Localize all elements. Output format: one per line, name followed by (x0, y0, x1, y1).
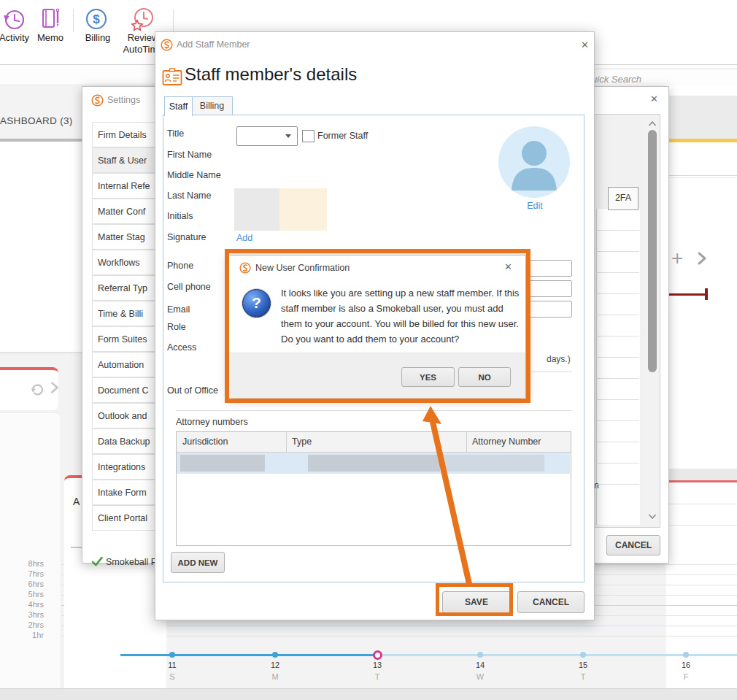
field-label-title: Title (167, 128, 184, 139)
hours-axis-label: 8hrs (0, 559, 44, 569)
timeline-day-letter: W (470, 672, 490, 681)
hours-axis-label: 3hrs (0, 610, 44, 620)
tab-billing[interactable]: Billing (191, 96, 233, 116)
right-divider (668, 525, 737, 526)
timeline-marker[interactable] (272, 652, 278, 658)
memo-icon[interactable] (36, 4, 64, 32)
field-label-initials: Initials (167, 211, 193, 221)
timeline-day-number: 13 (367, 661, 387, 669)
staff-list-cancel-button[interactable]: CANCEL (606, 535, 660, 555)
staff-table-row-line (596, 293, 639, 294)
staff-details-icon (162, 68, 182, 86)
smokeball-logo (161, 39, 173, 51)
dialog-title: Add Staff Member (177, 39, 250, 50)
smokeball-logo (91, 94, 104, 107)
background-dash (71, 547, 82, 548)
timeline-day-number: 14 (470, 661, 490, 669)
timeline-day-letter: F (676, 672, 696, 681)
timeline-marker[interactable] (477, 652, 483, 658)
quick-search-input[interactable]: Quick Search (584, 74, 665, 85)
dashboard-section-label: ASHBOARD (3) (0, 115, 88, 126)
initials-swatch-cream[interactable] (279, 188, 327, 231)
signature-add-link[interactable]: Add (236, 233, 252, 243)
svg-text:$: $ (93, 12, 100, 26)
hours-axis-label: 6hrs (0, 580, 44, 590)
staff-table-row-line (596, 378, 639, 379)
scrollbar-down-icon[interactable] (648, 513, 657, 520)
avatar-edit-link[interactable]: Edit (522, 201, 547, 211)
timeline-day-letter: T (573, 672, 593, 681)
billing-icon[interactable]: $ (83, 6, 109, 32)
staff-table-rows (596, 209, 640, 525)
add-new-button[interactable]: ADD NEW (171, 552, 225, 573)
staff-table-row-line (596, 315, 639, 315)
right-divider (666, 175, 737, 176)
activity-icon[interactable] (1, 6, 28, 32)
field-label-signature: Signature (167, 232, 207, 242)
right-card-yellow-bar (666, 139, 737, 142)
field-label-access: Access (167, 342, 196, 353)
scrollbar-up-icon[interactable] (648, 120, 657, 127)
timeline-day-number: 11 (162, 661, 182, 669)
column-header-attorney-number[interactable]: Attorney Number (472, 436, 541, 447)
bottom-strip (0, 688, 737, 700)
field-label-phone: Phone (167, 261, 193, 271)
timeline-day-number: 16 (676, 661, 696, 669)
field-label-email: Email (167, 304, 190, 315)
staff-table-row-line (596, 399, 639, 400)
settings-window-title: Settings (107, 95, 140, 105)
initials-swatch-gray[interactable] (234, 188, 279, 231)
refresh-icon[interactable] (29, 380, 45, 396)
check-icon (92, 557, 103, 566)
timeline-day-letter: T (367, 672, 387, 681)
dialog-heading: Staff member's details (185, 64, 357, 85)
dashboard-card-red (0, 367, 58, 410)
staff-table-row-line (596, 484, 639, 485)
field-label-out-of-office: Out of Office (167, 385, 218, 396)
column-header-jurisdiction[interactable]: Jurisdiction (182, 436, 228, 447)
chevron-right-icon[interactable] (48, 381, 61, 394)
staff-table-row-line (596, 420, 639, 421)
table-row-selected[interactable] (177, 453, 570, 474)
timeline-track-active[interactable] (120, 654, 377, 656)
cell-placeholder (308, 455, 440, 472)
avatar[interactable] (498, 126, 570, 198)
field-label-middle-name: Middle Name (167, 170, 221, 180)
timeline-day-letter: M (265, 672, 285, 681)
dashboard-panel (0, 412, 61, 697)
background-text-fragment-a: A (73, 496, 80, 507)
field-label-last-name: Last Name (167, 191, 211, 201)
review-autotime-icon[interactable] (130, 6, 156, 32)
timeline-marker[interactable] (580, 652, 586, 658)
former-staff-checkbox[interactable] (302, 130, 315, 142)
chart-tick-fragment (705, 288, 708, 300)
cancel-button[interactable]: CANCEL (517, 591, 584, 613)
quick-search-divider (593, 69, 737, 69)
title-dropdown[interactable] (236, 126, 298, 146)
column-divider (286, 432, 287, 452)
right-card-red-bar (668, 480, 737, 482)
timeline-day-number: 12 (265, 661, 285, 669)
toolbar-item-memo[interactable]: Memo (28, 32, 72, 43)
staff-table-row-line (596, 272, 639, 273)
toolbar-item-billing[interactable]: Billing (76, 32, 120, 43)
close-icon[interactable]: ✕ (650, 94, 658, 104)
field-label-role: Role (167, 322, 186, 332)
plus-icon[interactable]: + (671, 247, 693, 269)
column-divider (466, 432, 467, 452)
application-window: Activity Memo $ Billing Review AutoTime … (0, 0, 737, 700)
column-header-type[interactable]: Type (292, 436, 312, 447)
tab-staff[interactable]: Staff (164, 96, 193, 116)
settings-footer-label: Smokeball Pr (106, 557, 160, 567)
close-icon[interactable]: ✕ (581, 40, 589, 50)
timeline-marker-current[interactable] (373, 650, 382, 660)
hours-axis-label: 1hr (0, 631, 44, 641)
scrollbar-thumb[interactable] (648, 130, 657, 372)
chevron-right-icon[interactable] (695, 251, 709, 266)
hours-axis-label: 2hrs (0, 620, 44, 631)
chart-line-fragment (666, 293, 705, 296)
field-label-first-name: First Name (167, 150, 212, 160)
timeline-marker[interactable] (683, 652, 689, 658)
timeline-marker[interactable] (169, 652, 175, 658)
divider (176, 410, 571, 411)
